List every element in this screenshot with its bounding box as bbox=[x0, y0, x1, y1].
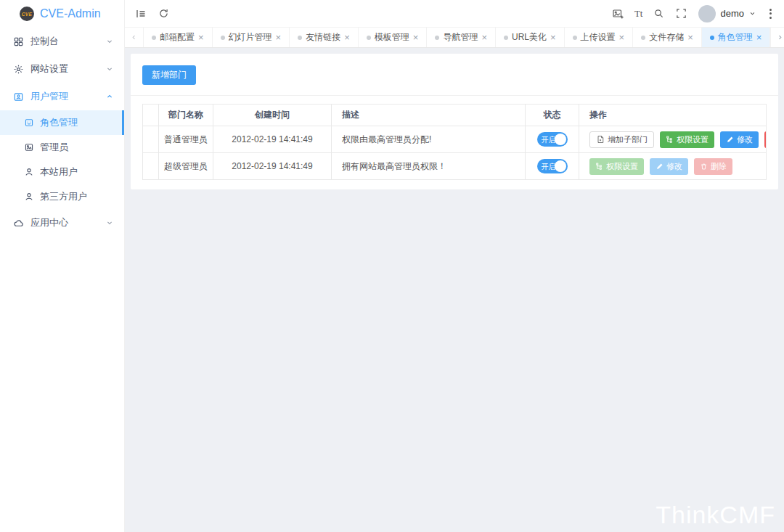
person-icon bbox=[24, 192, 34, 202]
close-icon[interactable]: × bbox=[344, 33, 350, 42]
created-time: 2012-02-19 14:41:49 bbox=[213, 153, 332, 180]
gear-icon bbox=[13, 64, 24, 75]
divider bbox=[131, 95, 778, 96]
expand-column-header bbox=[143, 105, 159, 126]
close-icon[interactable]: × bbox=[619, 33, 625, 42]
table-row: 超级管理员 2012-02-19 14:41:49 拥有网站最高管理员权限！ 开… bbox=[143, 153, 767, 180]
chevron-down-icon bbox=[105, 218, 114, 227]
actions-cell: 权限设置 修改 删除 bbox=[579, 153, 767, 180]
edit-button-disabled: 修改 bbox=[650, 158, 688, 175]
tab-email-config[interactable]: 邮箱配置× bbox=[144, 28, 213, 47]
add-department-button[interactable]: 新增部门 bbox=[142, 65, 196, 85]
permission-settings-button[interactable]: 权限设置 bbox=[660, 131, 714, 148]
close-icon[interactable]: × bbox=[198, 33, 204, 42]
close-icon[interactable]: × bbox=[276, 33, 282, 42]
grid-icon bbox=[13, 36, 24, 47]
close-icon[interactable]: × bbox=[481, 33, 487, 42]
tab-dot-icon bbox=[221, 36, 225, 40]
content-area: 新增部门 部门名称 创建时间 描述 状态 操作 bbox=[125, 48, 784, 532]
close-icon[interactable]: × bbox=[413, 33, 419, 42]
sidebar-item-app-center[interactable]: 应用中心 bbox=[0, 209, 124, 237]
sidebar-item-dashboard[interactable]: 控制台 bbox=[0, 28, 124, 55]
sidebar-item-label: 控制台 bbox=[30, 35, 59, 48]
tree-icon bbox=[595, 163, 603, 171]
table-row: 普通管理员 2012-02-19 14:41:49 权限由最高管理员分配! 开启 bbox=[143, 126, 767, 153]
permission-settings-button-disabled: 权限设置 bbox=[589, 158, 644, 175]
sidebar-item-label: 管理员 bbox=[40, 141, 68, 154]
person-icon bbox=[24, 167, 34, 177]
description: 权限由最高管理员分配! bbox=[332, 126, 526, 153]
sidebar-item-label: 角色管理 bbox=[40, 116, 78, 129]
font-size-icon[interactable]: Tt bbox=[634, 8, 643, 20]
search-icon[interactable] bbox=[653, 8, 665, 20]
sidebar-item-thirdparty-users[interactable]: 第三方用户 bbox=[0, 184, 124, 209]
image-plus-icon[interactable] bbox=[612, 8, 624, 20]
thinkcmf-watermark: ThinkCMF bbox=[656, 501, 775, 529]
app-title: CVE-Admin bbox=[40, 7, 101, 20]
status-toggle[interactable]: 开启 bbox=[537, 159, 568, 173]
tab-dot-icon bbox=[152, 36, 156, 40]
add-child-department-button[interactable]: 增加子部门 bbox=[589, 131, 654, 148]
tab-upload-settings[interactable]: 上传设置× bbox=[565, 28, 634, 47]
status-toggle[interactable]: 开启 bbox=[537, 132, 568, 147]
tab-dot-icon bbox=[504, 36, 508, 40]
tab-slideshow[interactable]: 幻灯片管理× bbox=[213, 28, 290, 47]
actions-cell: 增加子部门 权限设置 修改 bbox=[579, 126, 767, 153]
toggle-label: 开启 bbox=[542, 135, 556, 144]
main-area: Tt demo 邮箱配置× 幻灯片管理× bbox=[125, 0, 784, 532]
tab-friend-links[interactable]: 友情链接× bbox=[290, 28, 359, 47]
tab-file-storage[interactable]: 文件存储× bbox=[633, 28, 702, 47]
chevron-up-icon bbox=[105, 92, 114, 101]
sidebar-item-label: 第三方用户 bbox=[40, 190, 87, 203]
username: demo bbox=[720, 8, 744, 19]
role-management-panel: 新增部门 部门名称 创建时间 描述 状态 操作 bbox=[131, 54, 778, 189]
tab-templates[interactable]: 模板管理× bbox=[359, 28, 428, 47]
chevron-down-icon bbox=[105, 65, 114, 73]
tab-role-management[interactable]: 角色管理× bbox=[702, 28, 771, 47]
sidebar-item-user-management[interactable]: 用户管理 bbox=[0, 83, 124, 110]
department-name: 普通管理员 bbox=[159, 126, 213, 153]
tabs-scroll-left[interactable] bbox=[125, 28, 144, 47]
pencil-icon bbox=[726, 136, 734, 144]
pencil-icon bbox=[656, 163, 663, 171]
status-cell: 开启 bbox=[526, 126, 579, 153]
tabs-scroll-right[interactable] bbox=[770, 28, 784, 47]
tab-url-beautify[interactable]: URL美化× bbox=[496, 28, 565, 47]
column-header-ops: 操作 bbox=[579, 105, 767, 126]
tab-dot-icon bbox=[435, 36, 439, 40]
sidebar-item-administrators[interactable]: 管理员 bbox=[0, 135, 124, 160]
tab-navigation[interactable]: 导航管理× bbox=[427, 28, 496, 47]
collapse-menu-icon[interactable] bbox=[135, 8, 147, 20]
close-icon[interactable]: × bbox=[550, 33, 556, 42]
sidebar-item-site-settings[interactable]: 网站设置 bbox=[0, 55, 124, 83]
status-cell: 开启 bbox=[526, 153, 579, 180]
toggle-knob-icon bbox=[555, 160, 566, 172]
refresh-icon[interactable] bbox=[158, 8, 170, 20]
departments-table: 部门名称 创建时间 描述 状态 操作 普通管理员 2012-02-19 14:4… bbox=[142, 104, 767, 180]
delete-button-disabled: 删除 bbox=[694, 158, 732, 175]
delete-button[interactable]: 删除 bbox=[764, 131, 767, 148]
edit-button[interactable]: 修改 bbox=[720, 131, 759, 148]
expand-cell bbox=[143, 126, 159, 153]
cloud-icon bbox=[13, 218, 24, 229]
sidebar-item-role-management[interactable]: 角色管理 bbox=[0, 110, 124, 135]
id-badge-icon bbox=[13, 91, 24, 102]
tab-dot-icon bbox=[573, 36, 577, 40]
tree-icon bbox=[666, 136, 674, 144]
sidebar-item-local-users[interactable]: 本站用户 bbox=[0, 160, 124, 184]
app-window: CVE CVE-Admin 控制台 网站设置 bbox=[0, 0, 784, 532]
sidebar-item-label: 应用中心 bbox=[30, 216, 68, 229]
trash-icon bbox=[700, 163, 708, 171]
user-menu[interactable]: demo bbox=[698, 5, 756, 22]
created-time: 2012-02-19 14:41:49 bbox=[213, 126, 332, 153]
sidebar-item-label: 网站设置 bbox=[30, 62, 68, 75]
close-icon[interactable]: × bbox=[687, 33, 693, 42]
sidebar-item-label: 用户管理 bbox=[30, 90, 68, 103]
more-options-icon[interactable] bbox=[767, 7, 774, 20]
description: 拥有网站最高管理员权限！ bbox=[332, 153, 526, 180]
top-header: Tt demo bbox=[125, 0, 784, 28]
app-logo[interactable]: CVE CVE-Admin bbox=[0, 0, 124, 28]
close-icon[interactable]: × bbox=[756, 33, 762, 42]
fullscreen-icon[interactable] bbox=[676, 8, 687, 20]
tab-dot-icon bbox=[367, 36, 371, 40]
